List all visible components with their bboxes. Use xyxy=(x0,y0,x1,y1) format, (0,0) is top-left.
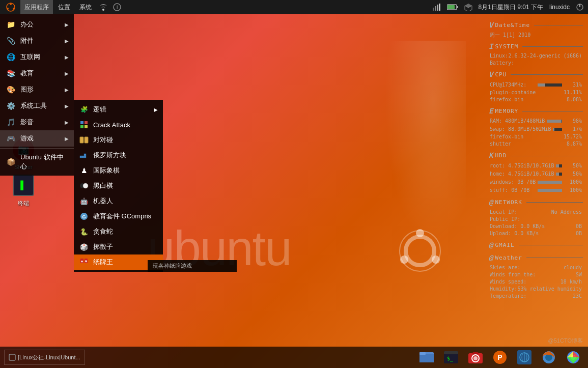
conky-cpu-title: CPU xyxy=(495,71,507,78)
software-center-icon: 📦 xyxy=(5,156,16,167)
conky-download: Download: 0.0 KB/s 0B xyxy=(489,223,583,230)
svg-point-1 xyxy=(406,237,434,265)
conky-mem-row-0: firefox-bin 15.72% xyxy=(489,133,583,140)
system-menu[interactable]: 系统 xyxy=(75,0,96,14)
submenu-item-robots[interactable]: 🤖 机器人 xyxy=(74,193,163,209)
sidebar-item-internet[interactable]: 🌐 互联网 ▶ xyxy=(0,49,74,65)
svg-text:$_: $_ xyxy=(447,356,454,362)
conky-battery-label: Battery: xyxy=(490,60,514,67)
conky-swap-bar: Swap: 88.0MiB/502MiB 17% xyxy=(489,125,583,133)
sidebar-item-graphics[interactable]: 🎨 图形 ▶ xyxy=(0,81,74,98)
conky-system-letter: I xyxy=(489,42,493,52)
svg-text:P: P xyxy=(497,353,502,361)
submenu-item-chess[interactable]: ♟ 国际象棋 xyxy=(74,163,163,178)
conky-mem-row-1: shutter 8.87% xyxy=(489,140,583,148)
submenu-item-logic[interactable]: 🧩 逻辑 ▶ xyxy=(74,102,163,117)
dock-network[interactable] xyxy=(514,347,535,368)
conky-weather: @ Weather Skies are: cloudy Winds from t… xyxy=(489,253,583,300)
panel-battery[interactable] xyxy=(445,0,460,14)
conky-gmail-title: GMAIL xyxy=(495,241,514,249)
submenu-item-snake[interactable]: 🐍 贪食蛇 xyxy=(74,224,163,239)
sidebar-item-games[interactable]: 🎮 游戏 ▶ xyxy=(0,130,74,147)
sidebar-item-office[interactable]: 📁 办公 ▶ xyxy=(0,16,74,33)
taskbar-active-window[interactable]: [Linux公社-Linux|Ubunt... xyxy=(4,350,85,365)
conky-system: I SYSTEM Linux: 2.6.32-24-generic (i686)… xyxy=(489,42,583,67)
location-menu[interactable]: 位置 xyxy=(54,0,74,14)
svg-rect-24 xyxy=(85,125,88,128)
desktop-icon-terminal[interactable]: ▌ 终端 xyxy=(11,173,36,207)
winds-speed-label: Winds speed: xyxy=(490,278,526,286)
humidity-value: 53% relative humidity xyxy=(518,286,582,293)
dock-files[interactable] xyxy=(416,347,437,368)
cpu-pct-0: 31% xyxy=(564,81,582,89)
internet-icon: 🌐 xyxy=(5,51,16,63)
sidebar-item-education[interactable]: 📚 教育 ▶ xyxy=(0,65,74,81)
svg-rect-41 xyxy=(419,354,434,362)
multimedia-icon: 🎵 xyxy=(5,117,16,128)
panel-network-icon2[interactable] xyxy=(462,0,474,14)
conky-gmail-letter: @ xyxy=(489,240,493,250)
panel-datetime[interactable]: 8月1日星期日 9:01 下午 xyxy=(477,0,545,14)
panel-power[interactable] xyxy=(574,0,586,14)
terminal-label: 终端 xyxy=(18,200,29,207)
panel-username[interactable]: linuxidc xyxy=(547,0,572,14)
submenu-item-pairjong[interactable]: 对对碰 xyxy=(74,132,163,148)
mem-pct-1: 8.87% xyxy=(567,140,582,148)
swap-label: Swap: 88.0MiB/502MiB xyxy=(490,126,551,133)
conky-winds-from: Winds from the: SW xyxy=(489,271,583,278)
download-value: 0B xyxy=(576,223,582,230)
svg-rect-28 xyxy=(82,156,84,158)
hdd-label-1: home: 4.75GiB/10.7GiB xyxy=(490,171,554,178)
mem-pct-0: 15.72% xyxy=(564,133,582,140)
submenu-item-crack-attack[interactable]: Crack Attack xyxy=(74,117,163,132)
conky-skies: Skies are: cloudy xyxy=(489,264,583,271)
crack-attack-icon xyxy=(79,120,89,130)
temperature-value: 23C xyxy=(573,293,582,300)
conky-cpu-row-0: CPU@1734MHz: 31% xyxy=(489,81,583,89)
sidebar-item-accessories[interactable]: 📎 附件 ▶ xyxy=(0,33,74,49)
conky-weather-title: Weather xyxy=(495,254,522,262)
svg-rect-26 xyxy=(85,137,88,143)
panel-info-icon[interactable]: i xyxy=(111,0,123,14)
submenu-item-gcompris[interactable]: G 教育套件 GCompris xyxy=(74,209,163,224)
submenu-item-tetris[interactable]: 俄罗斯方块 xyxy=(74,148,163,163)
svg-rect-13 xyxy=(435,6,436,11)
svg-rect-18 xyxy=(447,5,455,9)
ram-label: RAM: 480MiB/488MiB xyxy=(490,118,545,125)
svg-rect-27 xyxy=(80,156,82,158)
sidebar-item-ubuntu-software[interactable]: 📦 Ubuntu 软件中心 xyxy=(0,150,74,174)
localip-label: Local IP: xyxy=(490,209,517,216)
panel-network-icon[interactable] xyxy=(97,0,110,14)
dock-camera[interactable] xyxy=(465,347,486,368)
applications-menu[interactable]: 应用程序 xyxy=(20,0,53,14)
hdd-label-2: windows: 0B /0B xyxy=(490,179,536,186)
svg-point-4 xyxy=(400,256,408,264)
pairjong-icon xyxy=(79,135,89,145)
sidebar-divider xyxy=(0,148,74,149)
dock-ptt[interactable]: P xyxy=(489,347,511,368)
conky-weather-letter: @ xyxy=(489,253,493,263)
conky-cpu-row-2: firefox-bin 8.08% xyxy=(489,96,583,103)
submenu-item-reversi[interactable]: 黑白棋 xyxy=(74,178,163,193)
ubuntu-menu-icon[interactable] xyxy=(2,0,19,14)
arrow-icon: ▶ xyxy=(65,103,69,109)
svg-point-8 xyxy=(7,8,9,10)
application-menu: 📁 办公 ▶ 📎 附件 ▶ 🌐 互联网 ▶ 📚 教育 ▶ 🎨 图形 ▶ ⚙️ 系… xyxy=(0,14,74,176)
submenu-item-dice[interactable]: 🎲 掷骰子 xyxy=(74,239,163,254)
arrow-icon: ▶ xyxy=(65,71,69,76)
conky-hdd-row-1: home: 4.75GiB/10.7GiB 50% xyxy=(489,170,583,178)
conky-cpu-letter: V xyxy=(489,70,493,80)
hdd-label-3: stuff: 0B /0B xyxy=(490,187,536,194)
top-panel-left: 应用程序 位置 系统 i xyxy=(2,0,431,14)
hdd-pct-2: 100% xyxy=(564,179,582,186)
conky-datetime-title: Date&Time xyxy=(495,21,530,29)
dock-terminal[interactable]: $_ xyxy=(440,347,462,368)
svg-point-2 xyxy=(416,229,424,237)
localip-value: No Address xyxy=(551,209,582,216)
dock-firefox[interactable] xyxy=(538,347,559,368)
sidebar-item-multimedia[interactable]: 🎵 影音 ▶ xyxy=(0,114,74,130)
panel-network-status[interactable] xyxy=(431,0,443,14)
dock-chrome[interactable] xyxy=(563,347,584,368)
top-panel-right: 8月1日星期日 9:01 下午 linuxidc xyxy=(431,0,586,14)
sidebar-item-system-tools[interactable]: ⚙️ 系统工具 ▶ xyxy=(0,98,74,114)
